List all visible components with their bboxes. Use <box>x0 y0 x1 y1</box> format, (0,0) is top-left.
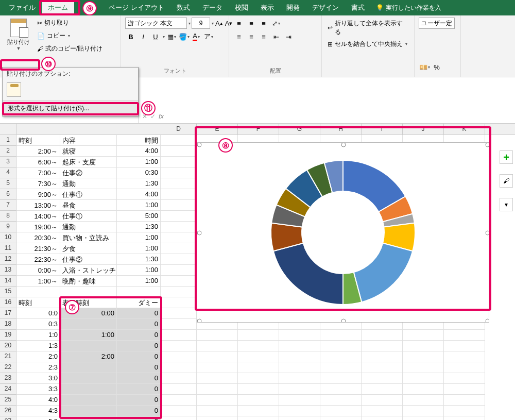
cell[interactable]: 夕食 <box>60 243 117 254</box>
cell[interactable] <box>279 330 320 341</box>
cell[interactable] <box>444 351 485 362</box>
cell[interactable]: 3:3 <box>16 384 60 395</box>
row-header[interactable]: 24 <box>0 384 16 395</box>
cell[interactable] <box>279 362 320 373</box>
cell[interactable] <box>161 254 197 265</box>
cell[interactable]: ダミー <box>117 297 161 308</box>
row-header[interactable]: 2 <box>0 146 16 157</box>
cell[interactable] <box>197 384 238 395</box>
cell[interactable] <box>60 406 117 416</box>
chevron-down-icon[interactable]: ▾ <box>212 21 214 26</box>
cell[interactable]: 仕事② <box>60 167 117 178</box>
row-header[interactable]: 16 <box>0 297 16 308</box>
cell[interactable]: 19:00～ <box>16 222 60 232</box>
cell[interactable]: 通勤 <box>60 222 117 232</box>
font-color-button[interactable]: A▾ <box>191 31 202 42</box>
accounting-format-button[interactable]: 💴▾ <box>419 61 430 73</box>
cell[interactable]: 1:30 <box>117 222 161 232</box>
cell[interactable]: 仕事① <box>60 211 117 222</box>
col-header[interactable]: D <box>161 124 197 135</box>
cell[interactable] <box>403 406 444 416</box>
cell[interactable]: 1:3 <box>16 341 60 351</box>
cell[interactable] <box>238 330 279 341</box>
cell[interactable]: 22:30～ <box>16 254 60 265</box>
col-header[interactable]: H <box>320 124 362 135</box>
cell[interactable] <box>161 167 197 178</box>
cell[interactable] <box>403 395 444 406</box>
align-middle-button[interactable]: ≡ <box>246 18 257 29</box>
col-header[interactable]: E <box>197 124 238 135</box>
cell[interactable] <box>161 351 197 362</box>
cell[interactable]: 0 <box>117 416 161 420</box>
cell[interactable] <box>238 395 279 406</box>
cell[interactable] <box>444 395 485 406</box>
tab-review[interactable]: 校閲 <box>229 0 254 15</box>
cell[interactable] <box>444 373 485 384</box>
row-header[interactable]: 10 <box>0 232 16 243</box>
cell[interactable] <box>403 373 444 384</box>
increase-indent-button[interactable]: ⇥ <box>283 31 294 42</box>
tab-pagelayout[interactable]: ページ レイアウト <box>102 0 170 15</box>
cell[interactable]: 表示時刻 <box>60 297 117 308</box>
cell[interactable] <box>279 373 320 384</box>
orientation-button[interactable]: ⤢▾ <box>270 18 282 29</box>
cell[interactable] <box>197 341 238 351</box>
cell[interactable]: 5:00 <box>117 211 161 222</box>
row-header[interactable]: 18 <box>0 319 16 330</box>
cell[interactable] <box>161 276 197 287</box>
row-header[interactable]: 1 <box>0 135 16 146</box>
row-header[interactable]: 4 <box>0 167 16 178</box>
align-bottom-button[interactable]: ≡ <box>258 18 269 29</box>
cell[interactable]: 2:0 <box>16 351 60 362</box>
cell[interactable] <box>320 395 362 406</box>
cell[interactable] <box>362 416 403 420</box>
row-header[interactable]: 26 <box>0 406 16 416</box>
cell[interactable]: 入浴・ストレッチ <box>60 265 117 276</box>
cell[interactable] <box>161 222 197 232</box>
cell[interactable]: 1:30 <box>117 254 161 265</box>
cell[interactable]: 0 <box>117 373 161 384</box>
cell[interactable] <box>320 384 362 395</box>
cell[interactable] <box>403 330 444 341</box>
chart-elements-button[interactable]: + <box>500 150 513 164</box>
cell[interactable] <box>60 319 117 330</box>
cell[interactable]: 1:00 <box>117 276 161 287</box>
tab-view[interactable]: 表示 <box>254 0 280 15</box>
cell[interactable] <box>161 178 197 189</box>
cell[interactable] <box>444 362 485 373</box>
chevron-down-icon[interactable]: ▾ <box>163 35 165 39</box>
row-header[interactable]: 3 <box>0 157 16 167</box>
cell[interactable]: 2:3 <box>16 362 60 373</box>
cell[interactable] <box>279 351 320 362</box>
row-header[interactable]: 19 <box>0 330 16 341</box>
copy-button[interactable]: 📄 コピー ▾ <box>36 30 104 41</box>
border-button[interactable]: ▦▾ <box>166 31 177 42</box>
cell[interactable]: 0 <box>117 319 161 330</box>
tab-home[interactable]: ホーム <box>42 0 74 15</box>
cell[interactable]: 仕事① <box>60 189 117 200</box>
cell[interactable] <box>161 395 197 406</box>
cell[interactable]: 2:00～ <box>16 146 60 157</box>
cell[interactable]: 1:00 <box>117 232 161 243</box>
cell[interactable]: 0 <box>117 384 161 395</box>
cell[interactable]: 4:00 <box>117 189 161 200</box>
cell[interactable]: 時刻 <box>16 135 60 146</box>
cell[interactable] <box>279 395 320 406</box>
cell[interactable] <box>161 341 197 351</box>
cell[interactable] <box>161 146 197 157</box>
cell[interactable] <box>362 362 403 373</box>
cell[interactable] <box>161 362 197 373</box>
cell[interactable] <box>320 373 362 384</box>
row-header[interactable]: 23 <box>0 373 16 384</box>
cell[interactable] <box>16 287 60 297</box>
cell[interactable]: 1:00～ <box>16 276 60 287</box>
font-name-select[interactable] <box>125 18 187 29</box>
cell[interactable]: 1:00 <box>60 330 117 341</box>
cell[interactable] <box>161 232 197 243</box>
cell[interactable] <box>444 416 485 420</box>
cut-button[interactable]: ✂ 切り取り <box>36 18 104 28</box>
cell[interactable] <box>362 351 403 362</box>
cell[interactable]: 0 <box>117 395 161 406</box>
cell[interactable] <box>161 211 197 222</box>
cell[interactable] <box>60 362 117 373</box>
